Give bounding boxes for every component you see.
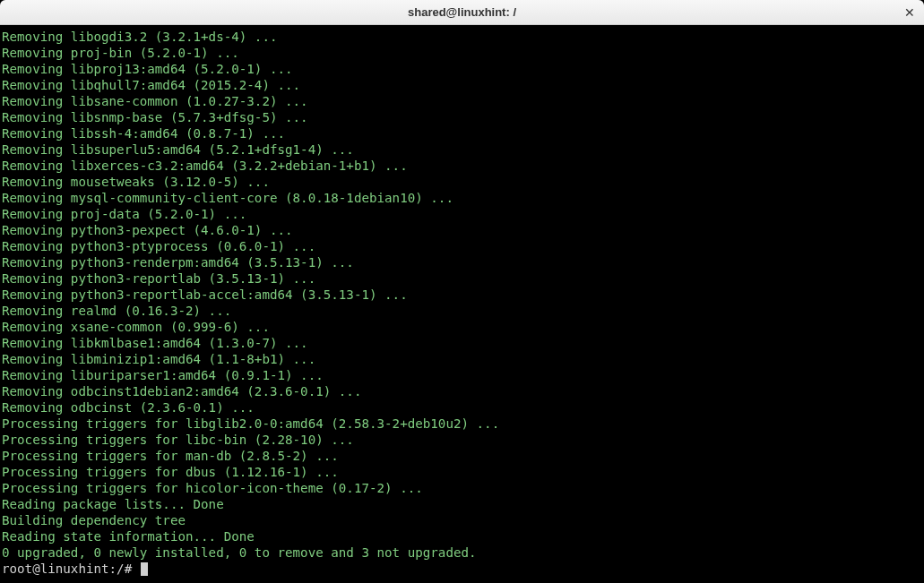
terminal-line: Processing triggers for dbus (1.12.16-1)…: [2, 464, 922, 480]
terminal-line: Removing liburiparser1:amd64 (0.9.1-1) .…: [2, 367, 922, 383]
terminal-line: Removing libminizip1:amd64 (1.1-8+b1) ..…: [2, 351, 922, 367]
terminal-line: Removing libproj13:amd64 (5.2.0-1) ...: [2, 61, 922, 77]
window-title: shared@linuxhint: /: [408, 5, 516, 19]
terminal-line: Removing libqhull7:amd64 (2015.2-4) ...: [2, 77, 922, 93]
terminal-line: 0 upgraded, 0 newly installed, 0 to remo…: [2, 544, 922, 561]
terminal-line: Removing python3-reportlab (3.5.13-1) ..…: [2, 270, 922, 287]
terminal-line: Removing libxerces-c3.2:amd64 (3.2.2+deb…: [2, 158, 922, 174]
terminal-prompt: root@linuxhint:/#: [2, 562, 132, 576]
terminal-line: Removing mousetweaks (3.12.0-5) ...: [2, 174, 922, 190]
terminal-line: Removing libsane-common (1.0.27-3.2) ...: [2, 93, 922, 109]
terminal-line: Removing odbcinst (2.3.6-0.1) ...: [2, 399, 922, 416]
terminal-line: Processing triggers for libc-bin (2.28-1…: [2, 432, 922, 448]
terminal-line: Processing triggers for man-db (2.8.5-2)…: [2, 448, 922, 464]
terminal-line: Removing python3-pexpect (4.6.0-1) ...: [2, 222, 922, 238]
terminal-line: Removing xsane-common (0.999-6) ...: [2, 319, 922, 335]
terminal-line: Removing libsnmp-base (5.7.3+dfsg-5) ...: [2, 109, 922, 125]
terminal-line: Removing python3-reportlab-accel:amd64 (…: [2, 287, 922, 303]
terminal-line: Processing triggers for hicolor-icon-the…: [2, 480, 922, 496]
terminal-line: Removing mysql-community-client-core (8.…: [2, 190, 922, 206]
terminal-line: Processing triggers for libglib2.0-0:amd…: [2, 416, 922, 432]
cursor-icon: [141, 562, 148, 576]
terminal-line: Removing libkmlbase1:amd64 (1.3.0-7) ...: [2, 335, 922, 351]
terminal-line: Removing proj-data (5.2.0-1) ...: [2, 206, 922, 222]
window-titlebar: shared@linuxhint: / ✕: [0, 0, 924, 25]
terminal-line: Removing odbcinst1debian2:amd64 (2.3.6-0…: [2, 383, 922, 399]
close-icon[interactable]: ✕: [902, 5, 917, 20]
terminal-output[interactable]: Removing libogdi3.2 (3.2.1+ds-4) ... Rem…: [0, 25, 924, 583]
terminal-line: Removing libssh-4:amd64 (0.8.7-1) ...: [2, 125, 922, 141]
terminal-line: Removing libogdi3.2 (3.2.1+ds-4) ...: [2, 29, 922, 45]
terminal-line: Building dependency tree: [2, 512, 922, 528]
terminal-line: Removing libsuperlu5:amd64 (5.2.1+dfsg1-…: [2, 141, 922, 158]
terminal-line: Reading state information... Done: [2, 528, 922, 544]
terminal-line: Reading package lists... Done: [2, 496, 922, 512]
terminal-line: Removing proj-bin (5.2.0-1) ...: [2, 45, 922, 61]
terminal-line: Removing python3-renderpm:amd64 (3.5.13-…: [2, 254, 922, 270]
terminal-line: Removing realmd (0.16.3-2) ...: [2, 303, 922, 319]
terminal-line: Removing python3-ptyprocess (0.6.0-1) ..…: [2, 238, 922, 254]
terminal-prompt-line: root@linuxhint:/#: [2, 561, 922, 577]
